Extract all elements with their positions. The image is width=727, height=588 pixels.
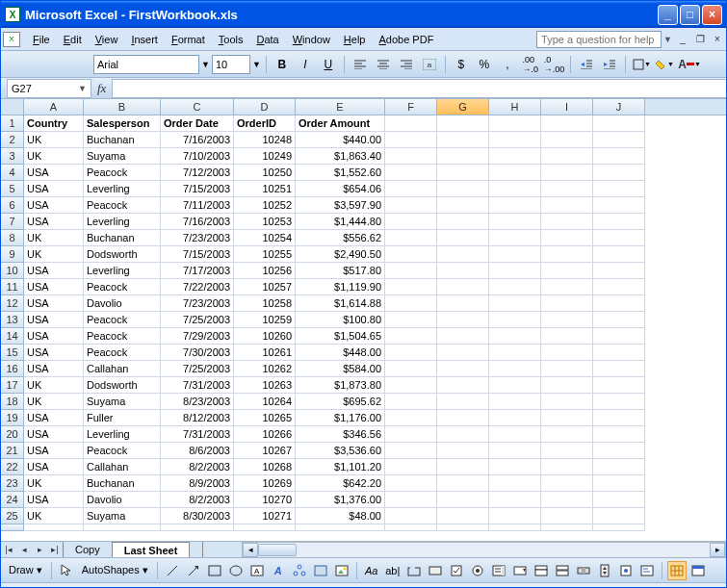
cell[interactable]: Davolio — [84, 492, 161, 508]
cell[interactable] — [385, 492, 437, 508]
checkbox-form-icon[interactable] — [447, 561, 466, 580]
cell[interactable] — [385, 312, 437, 328]
cell[interactable] — [541, 410, 593, 426]
cell[interactable]: 10268 — [234, 459, 296, 475]
picture-icon[interactable] — [332, 561, 351, 580]
cell[interactable]: $2,490.50 — [296, 246, 385, 263]
cell[interactable] — [541, 328, 593, 345]
run-dialog-icon[interactable] — [688, 561, 708, 580]
cell[interactable] — [437, 475, 489, 492]
cell[interactable]: $1,101.20 — [296, 459, 385, 475]
scroll-left-button[interactable]: ◂ — [243, 543, 258, 557]
cell[interactable] — [541, 312, 593, 328]
cell[interactable] — [593, 246, 645, 263]
cell[interactable]: $48.00 — [296, 508, 385, 524]
underline-button[interactable]: U — [318, 54, 339, 75]
cell[interactable]: 7/22/2003 — [161, 279, 234, 295]
cell[interactable]: 10258 — [234, 295, 296, 312]
cell[interactable] — [593, 230, 645, 246]
col-header-H[interactable]: H — [489, 99, 541, 115]
cell[interactable]: 10257 — [234, 279, 296, 295]
cell[interactable]: $1,176.00 — [296, 410, 385, 426]
cell[interactable]: Peacock — [84, 345, 161, 361]
cell[interactable] — [437, 214, 489, 230]
col-header-A[interactable]: A — [24, 99, 84, 115]
wordart-icon[interactable]: A — [269, 561, 288, 580]
cell[interactable]: 10267 — [234, 443, 296, 459]
cell[interactable]: Country — [24, 115, 84, 132]
cell[interactable]: 7/17/2003 — [161, 263, 234, 279]
cell[interactable]: $1,863.40 — [296, 148, 385, 165]
cell[interactable] — [385, 426, 437, 443]
cell[interactable]: 8/9/2003 — [161, 475, 234, 492]
cell[interactable]: 10266 — [234, 426, 296, 443]
cell[interactable]: $1,119.90 — [296, 279, 385, 295]
cell[interactable]: 10269 — [234, 475, 296, 492]
row-header[interactable]: 18 — [1, 394, 24, 410]
cell[interactable] — [541, 459, 593, 475]
excel-doc-icon[interactable]: X — [3, 32, 20, 47]
row-header[interactable]: 23 — [1, 475, 24, 492]
cell[interactable] — [489, 230, 541, 246]
menu-format[interactable]: Format — [165, 32, 212, 47]
cell[interactable]: $3,597.90 — [296, 197, 385, 214]
cell[interactable] — [489, 508, 541, 524]
row-header[interactable]: 3 — [1, 148, 24, 165]
increase-indent-button[interactable] — [599, 54, 620, 75]
cell[interactable] — [541, 246, 593, 263]
cell[interactable]: Peacock — [84, 279, 161, 295]
cell[interactable]: 8/23/2003 — [161, 394, 234, 410]
cell[interactable] — [385, 459, 437, 475]
cell[interactable]: $517.80 — [296, 263, 385, 279]
cell[interactable] — [593, 148, 645, 165]
sheet-tab[interactable]: Copy — [64, 542, 113, 557]
cell[interactable]: 7/11/2003 — [161, 197, 234, 214]
cell[interactable] — [385, 524, 437, 531]
minimize-button[interactable]: _ — [658, 5, 678, 25]
cell[interactable] — [593, 345, 645, 361]
combo-drop-form-icon[interactable] — [553, 561, 572, 580]
cell[interactable]: UK — [24, 230, 84, 246]
cell[interactable] — [437, 328, 489, 345]
cell[interactable] — [385, 246, 437, 263]
cell[interactable] — [541, 230, 593, 246]
cell[interactable] — [385, 410, 437, 426]
cell[interactable]: 7/16/2003 — [161, 214, 234, 230]
cell[interactable]: USA — [24, 181, 84, 197]
cell[interactable] — [593, 508, 645, 524]
cell[interactable] — [541, 148, 593, 165]
cell[interactable] — [541, 377, 593, 394]
italic-button[interactable]: I — [295, 54, 316, 75]
row-header[interactable]: 13 — [1, 312, 24, 328]
row-header[interactable]: 21 — [1, 443, 24, 459]
cell[interactable] — [541, 263, 593, 279]
cell[interactable]: Leverling — [84, 214, 161, 230]
row-header[interactable]: 9 — [1, 246, 24, 263]
cell[interactable]: $448.00 — [296, 345, 385, 361]
cell[interactable]: Salesperson — [84, 115, 161, 132]
align-left-button[interactable] — [350, 54, 371, 75]
row-header[interactable]: 10 — [1, 263, 24, 279]
cell[interactable] — [437, 263, 489, 279]
help-search-input[interactable] — [536, 31, 662, 48]
row-header[interactable]: 25 — [1, 508, 24, 524]
cell[interactable]: 10256 — [234, 263, 296, 279]
cell[interactable]: 10271 — [234, 508, 296, 524]
cell[interactable]: Callahan — [84, 361, 161, 377]
scroll-right-button[interactable]: ▸ — [710, 543, 725, 557]
cell[interactable] — [437, 115, 489, 132]
spreadsheet-grid[interactable]: ABCDEFGHIJ 1CountrySalespersonOrder Date… — [1, 99, 726, 557]
cell[interactable] — [489, 443, 541, 459]
cell[interactable] — [437, 246, 489, 263]
cell[interactable]: $584.00 — [296, 361, 385, 377]
cell[interactable]: Peacock — [84, 312, 161, 328]
cell[interactable] — [489, 459, 541, 475]
cell[interactable]: $1,376.00 — [296, 492, 385, 508]
currency-button[interactable]: $ — [451, 54, 472, 75]
cell[interactable] — [541, 181, 593, 197]
mdi-minimize-button[interactable]: _ — [676, 33, 689, 46]
cell[interactable] — [385, 377, 437, 394]
cell[interactable] — [437, 181, 489, 197]
cell[interactable] — [385, 361, 437, 377]
cell[interactable] — [385, 132, 437, 148]
